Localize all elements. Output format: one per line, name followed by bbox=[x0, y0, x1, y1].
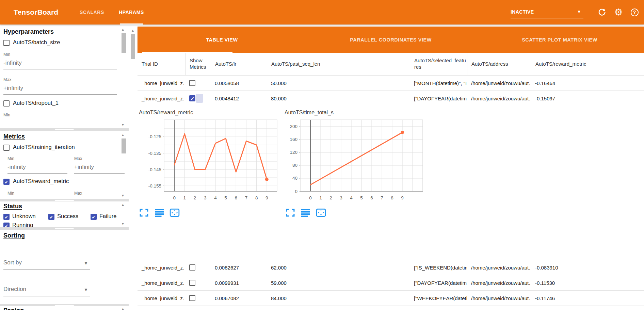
show-metrics-checkbox[interactable] bbox=[189, 80, 195, 86]
app-title: TensorBoard bbox=[14, 0, 58, 25]
checkbox-status-running[interactable]: ✓ bbox=[3, 223, 10, 227]
cell-address: /home/junweid/zouwu/aut… bbox=[467, 275, 531, 290]
checkbox-ripple bbox=[196, 94, 203, 103]
data-table-icon[interactable] bbox=[301, 208, 311, 217]
column-header-address[interactable]: AutoTS/address bbox=[467, 53, 531, 75]
checkbox-training-iteration[interactable] bbox=[3, 145, 10, 151]
scroll-down-icon[interactable]: ▼ bbox=[121, 222, 125, 226]
view-tab-bar: TABLE VIEW PARALLEL COORDINATES VIEW SCA… bbox=[138, 27, 644, 53]
tab-scalars[interactable]: SCALARS bbox=[71, 0, 112, 25]
svg-text:7: 7 bbox=[245, 195, 248, 200]
svg-text:0: 0 bbox=[295, 189, 297, 194]
cell-selected-features: ["DAYOFYEAR(datetime… bbox=[410, 91, 467, 106]
table-row: _home_junweid_z…0.006708284.000["WEEKOFY… bbox=[138, 291, 644, 306]
column-header-past-seq-len[interactable]: AutoTS/past_seq_len bbox=[267, 53, 410, 75]
tab-parallel-coordinates-view[interactable]: PARALLEL COORDINATES VIEW bbox=[306, 27, 475, 53]
checkbox-label: AutoTS/dropout_1 bbox=[13, 100, 59, 106]
svg-text:9: 9 bbox=[265, 195, 268, 200]
show-metrics-checkbox[interactable]: ✓ bbox=[189, 95, 195, 101]
input-underline bbox=[3, 270, 90, 270]
scroll-up-icon[interactable]: ▲ bbox=[131, 29, 134, 32]
scrollbar-thumb[interactable] bbox=[122, 138, 126, 153]
cell-lr: 0.0067082 bbox=[211, 291, 267, 306]
svg-text:-0.145: -0.145 bbox=[148, 167, 161, 172]
max-input[interactable]: +infinity bbox=[74, 164, 94, 170]
checkbox-status-success[interactable]: ✓ bbox=[48, 214, 54, 220]
time-total-line-chart[interactable]: 200160120804000123456789 bbox=[283, 114, 434, 202]
column-header-trial-id[interactable]: Trial ID bbox=[138, 53, 185, 75]
maximize-icon[interactable] bbox=[285, 208, 295, 217]
svg-text:3: 3 bbox=[204, 195, 207, 200]
max-input[interactable]: +infinity bbox=[3, 85, 23, 92]
cell-lr: 0.0099931 bbox=[211, 275, 267, 290]
checkbox-label: Running bbox=[12, 222, 33, 227]
table-row: _home_junweid_z…0.009993159.000["DAYOFYE… bbox=[138, 275, 644, 291]
section-resizer[interactable] bbox=[0, 227, 129, 230]
checkbox-reward-metric[interactable]: ✓ bbox=[3, 179, 10, 185]
svg-text:2: 2 bbox=[329, 195, 332, 200]
scroll-up-icon[interactable]: ▲ bbox=[121, 28, 125, 31]
scroll-down-icon[interactable]: ▼ bbox=[121, 194, 125, 197]
table-row: _home_junweid_z…0.005805850.000["MONTH(d… bbox=[138, 76, 644, 91]
column-header-show-metrics[interactable]: Show Metrics bbox=[185, 53, 211, 75]
scrollbar-thumb[interactable] bbox=[122, 33, 126, 53]
scroll-up-icon[interactable]: ▲ bbox=[121, 307, 125, 310]
paging-heading: Paging bbox=[3, 307, 24, 310]
show-metrics-checkbox[interactable] bbox=[189, 295, 195, 301]
cell-address: /home/junweid/zouwu/aut… bbox=[467, 91, 531, 106]
min-input[interactable]: -infinity bbox=[3, 60, 22, 66]
tab-scatter-plot-matrix-view[interactable]: SCATTER PLOT MATRIX VIEW bbox=[475, 27, 644, 53]
min-input[interactable]: -infinity bbox=[7, 164, 26, 170]
input-underline bbox=[7, 173, 67, 174]
table-rows-bottom: _home_junweid_z…0.008262762.000["IS_WEEK… bbox=[138, 260, 644, 306]
scroll-up-icon[interactable]: ▲ bbox=[121, 133, 125, 137]
help-icon[interactable]: ? bbox=[629, 7, 640, 18]
section-resizer[interactable] bbox=[0, 199, 129, 201]
scroll-down-icon[interactable]: ▼ bbox=[121, 123, 125, 127]
checkbox-status-failure[interactable]: ✓ bbox=[91, 214, 97, 220]
svg-text:3: 3 bbox=[340, 195, 342, 200]
input-underline bbox=[3, 296, 90, 296]
gear-icon[interactable]: ⚙ bbox=[613, 7, 624, 18]
status-heading: Status bbox=[3, 203, 22, 210]
cell-reward-metric: -0.083910 bbox=[531, 260, 644, 275]
min-label: Min bbox=[7, 156, 14, 161]
scrollbar-thumb[interactable] bbox=[131, 34, 135, 59]
checkbox-status-unknown[interactable]: ✓ bbox=[3, 214, 10, 220]
pan-zoom-icon[interactable] bbox=[316, 208, 326, 217]
maximize-icon[interactable] bbox=[139, 208, 149, 217]
pan-zoom-icon[interactable] bbox=[170, 208, 180, 217]
cell-selected-features: ["MONTH(datetime)", "I… bbox=[410, 76, 467, 91]
main-scrollbar[interactable]: ▲ bbox=[129, 25, 138, 310]
cell-reward-metric: -0.11746 bbox=[531, 291, 644, 306]
refresh-icon[interactable] bbox=[597, 7, 608, 18]
svg-text:1: 1 bbox=[319, 195, 322, 200]
svg-text:-0.135: -0.135 bbox=[148, 151, 161, 156]
scroll-up-icon[interactable]: ▲ bbox=[121, 203, 125, 207]
checkbox-dropout-1[interactable] bbox=[3, 100, 10, 107]
svg-text:8: 8 bbox=[391, 195, 393, 200]
column-header-selected-features[interactable]: AutoTS/selected_features bbox=[410, 53, 467, 75]
sidebar: Hyperparameters AutoTS/batch_size Min -i… bbox=[0, 25, 129, 310]
column-header-reward-metric[interactable]: AutoTS/reward_metric bbox=[531, 53, 644, 75]
section-resizer[interactable] bbox=[0, 304, 129, 306]
run-selector-value: INACTIVE bbox=[511, 9, 534, 15]
svg-text:80: 80 bbox=[292, 163, 297, 168]
sort-by-select[interactable]: Sort by bbox=[3, 259, 22, 266]
run-selector-dropdown[interactable]: INACTIVE ▼ bbox=[511, 7, 583, 18]
cell-address: /home/junweid/zouwu/aut… bbox=[467, 260, 531, 275]
chart-toolbar bbox=[285, 208, 326, 217]
tab-table-view[interactable]: TABLE VIEW bbox=[138, 27, 306, 53]
column-header-lr[interactable]: AutoTS/lr bbox=[211, 53, 267, 75]
input-underline bbox=[74, 173, 125, 174]
checkbox-batch-size[interactable] bbox=[3, 40, 10, 46]
reward-metric-line-chart[interactable]: -0.125-0.135-0.145-0.1550123456789 bbox=[138, 114, 286, 202]
tab-hparams[interactable]: HPARAMS bbox=[111, 0, 152, 25]
direction-select[interactable]: Direction bbox=[3, 286, 26, 293]
checkbox-label: Unknown bbox=[12, 213, 36, 219]
section-resizer[interactable] bbox=[0, 128, 129, 131]
top-app-bar: TensorBoard SCALARS HPARAMS INACTIVE ▼ ⚙… bbox=[0, 0, 644, 25]
show-metrics-checkbox[interactable] bbox=[189, 280, 195, 286]
show-metrics-checkbox[interactable] bbox=[189, 264, 195, 271]
data-table-icon[interactable] bbox=[154, 208, 164, 217]
